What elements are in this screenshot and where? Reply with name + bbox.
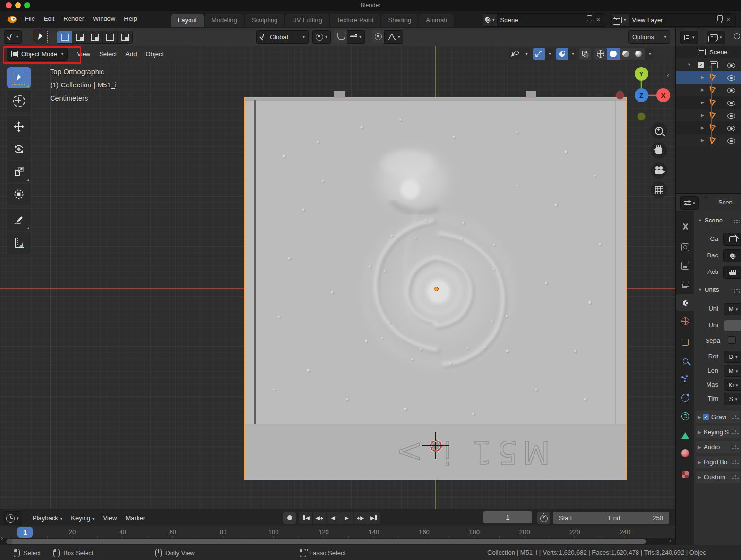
play-reverse-button[interactable]: ◀ xyxy=(327,512,340,524)
menu-playback[interactable]: Playback▾ xyxy=(28,512,67,524)
outliner-editor-type-button[interactable]: ▾ xyxy=(680,31,698,44)
unit-system-dropdown[interactable]: M▾ xyxy=(724,303,741,315)
view-layer-browse-button[interactable]: ▾ xyxy=(611,13,629,27)
panel-gravi[interactable]: ▶✓Gravi xyxy=(696,411,740,423)
panel-rigid-bo[interactable]: ▶Rigid Bo xyxy=(696,456,740,468)
shading-rendered-button[interactable] xyxy=(632,48,645,60)
object-visibility-dropdown[interactable] xyxy=(509,48,521,60)
collapse-panel-arrow[interactable]: ‹ xyxy=(667,71,669,79)
shading-material-button[interactable] xyxy=(620,48,632,60)
eye-icon[interactable] xyxy=(727,61,735,68)
menu-help[interactable]: Help xyxy=(120,13,141,24)
outliner-row-object[interactable]: ▶ xyxy=(676,134,741,147)
unlink-scene-icon[interactable]: ✕ xyxy=(594,17,602,23)
menu-view[interactable]: View xyxy=(72,49,95,60)
panel-keying-s[interactable]: ▶Keying S xyxy=(696,426,740,438)
ortho-toggle-button[interactable] xyxy=(651,182,667,198)
properties-editor-type-button[interactable]: ▾ xyxy=(680,196,699,210)
active-tool-button[interactable] xyxy=(33,29,49,44)
rotation-unit-dropdown[interactable]: D▾ xyxy=(724,351,741,363)
panel-custom[interactable]: ▶Custom xyxy=(696,471,740,483)
proportional-falloff-dropdown[interactable]: ▾ xyxy=(384,30,403,44)
timeline-editor-type-button[interactable]: ▾ xyxy=(3,511,22,525)
properties-tab-output[interactable] xyxy=(676,257,694,274)
menu-edit[interactable]: Edit xyxy=(39,13,59,24)
menu-view[interactable]: View xyxy=(99,512,121,524)
axis-minus-y-ball[interactable] xyxy=(638,113,646,121)
properties-tab-world[interactable] xyxy=(676,313,694,329)
outliner-row-object[interactable]: ▶ xyxy=(676,121,741,134)
expand-arrow-icon[interactable]: ▶ xyxy=(701,125,706,130)
length-unit-dropdown[interactable]: M▾ xyxy=(724,365,741,377)
properties-tab-tool[interactable] xyxy=(676,219,694,235)
outliner-row-object[interactable]: ▶ xyxy=(676,71,741,84)
menu-window[interactable]: Window xyxy=(88,13,120,24)
expand-arrow-icon[interactable]: ▶ xyxy=(701,113,706,118)
new-view-layer-icon[interactable] xyxy=(716,17,722,23)
workspace-tab-modeling[interactable]: Modeling xyxy=(205,14,244,27)
workspace-tab-animati[interactable]: Animati xyxy=(419,14,453,27)
properties-tab-constraints[interactable] xyxy=(676,408,694,424)
jump-to-end-button[interactable]: ▶ xyxy=(367,512,380,524)
proportional-editing-button[interactable] xyxy=(372,30,385,43)
select-mode-extend[interactable] xyxy=(72,31,87,43)
select-mode-intersect[interactable] xyxy=(118,31,132,43)
remove-view-layer-icon[interactable]: ✕ xyxy=(724,17,732,23)
properties-tab-physics[interactable] xyxy=(676,390,694,406)
units-section-header[interactable]: ▼Units xyxy=(698,286,719,293)
menu-render[interactable]: Render xyxy=(59,13,88,24)
properties-tab-scene[interactable] xyxy=(676,294,694,311)
camera-view-button[interactable] xyxy=(651,162,667,179)
workspace-tab-texture-paint[interactable]: Texture Paint xyxy=(330,14,380,27)
mode-dropdown[interactable]: Object Mode ▾ xyxy=(7,48,68,61)
axis-minus-x-ball[interactable] xyxy=(616,91,624,100)
outliner-row-object[interactable]: ▶ xyxy=(676,84,741,96)
options-dropdown[interactable]: Options ▾ xyxy=(628,30,670,44)
properties-tab-material[interactable] xyxy=(676,445,694,461)
workspace-tab-sculpting[interactable]: Sculpting xyxy=(245,14,284,27)
zoom-view-button[interactable] xyxy=(651,122,667,139)
eye-icon[interactable] xyxy=(727,112,735,119)
properties-tab-particles[interactable] xyxy=(676,371,694,388)
overlays-toggle[interactable] xyxy=(556,48,568,60)
timeline-scrollbar[interactable] xyxy=(7,539,646,544)
editor-type-button[interactable]: ▾ xyxy=(4,30,22,44)
outliner-row-object[interactable]: ▶ xyxy=(676,96,741,109)
play-button[interactable]: ▶ xyxy=(340,512,354,524)
visibility-chevron[interactable]: ▾ xyxy=(521,48,530,60)
new-scene-icon[interactable] xyxy=(586,17,591,23)
workspace-tab-shading[interactable]: Shading xyxy=(381,14,418,27)
view-layer-name-field[interactable]: View Layer ✕ xyxy=(629,13,736,27)
panel-audio[interactable]: ▶Audio xyxy=(696,441,740,453)
viewport-3d[interactable]: M51 i > Object Mode ▾ ViewSelectAddObjec… xyxy=(0,46,675,509)
select-mode-invert[interactable] xyxy=(103,31,118,43)
properties-tab-view-layer[interactable] xyxy=(676,276,694,292)
jump-to-start-button[interactable]: ◀ xyxy=(299,512,313,524)
outliner-row-scene-collection[interactable]: Scene xyxy=(676,46,741,58)
next-keyframe-button[interactable]: ◆▶ xyxy=(354,512,367,524)
tool-select-box[interactable] xyxy=(7,67,31,88)
menu-marker[interactable]: Marker xyxy=(121,512,150,524)
menu-file[interactable]: File xyxy=(20,13,39,24)
tool-measure[interactable] xyxy=(7,232,31,254)
menu-keying[interactable]: Keying▾ xyxy=(67,512,99,524)
eye-icon[interactable] xyxy=(727,99,735,106)
scene-section-header[interactable]: ▼Scene xyxy=(698,217,723,224)
shading-wireframe-button[interactable] xyxy=(594,48,607,60)
eye-icon[interactable] xyxy=(727,86,735,94)
background-scene-field[interactable] xyxy=(723,249,741,262)
auto-keyframe-button[interactable] xyxy=(537,512,550,524)
transform-orientation-dropdown[interactable]: Global ▾ xyxy=(256,30,309,44)
chevron-left-icon[interactable]: ‹ xyxy=(669,537,671,544)
scene-browse-button[interactable]: ▾ xyxy=(483,13,498,27)
collection-checkbox[interactable]: ✓ xyxy=(698,62,704,68)
tool-annotate[interactable] xyxy=(7,209,31,231)
menu-select[interactable]: Select xyxy=(95,49,121,60)
timeline-ruler[interactable]: 20406080100120140160180200220240 xyxy=(0,526,675,539)
separate-units-checkbox[interactable] xyxy=(728,336,736,344)
eye-icon[interactable] xyxy=(727,74,735,81)
overlays-chevron[interactable]: ▾ xyxy=(568,48,576,60)
select-mode-set[interactable] xyxy=(57,31,72,43)
gizmos-toggle[interactable] xyxy=(533,48,545,60)
expand-arrow-icon[interactable]: ▶ xyxy=(701,87,706,92)
